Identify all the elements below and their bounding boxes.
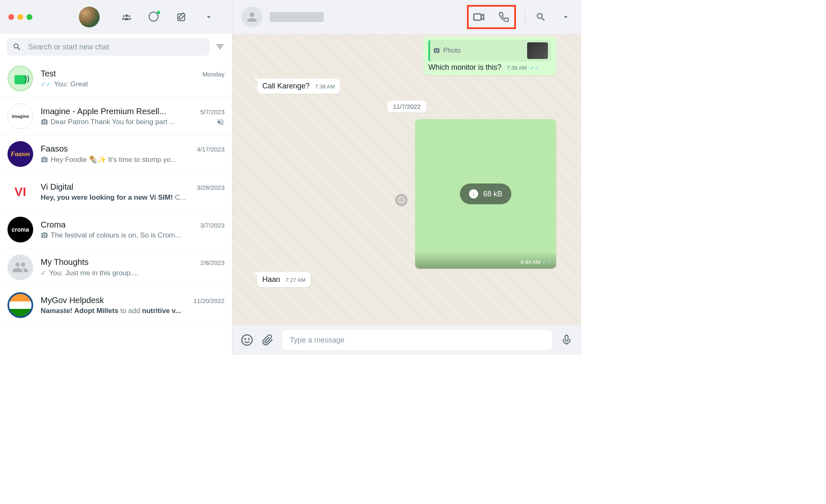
chat-item-content: Vi Digital3/28/2023Hey, you were looking… (41, 182, 225, 202)
call-buttons-highlight (467, 5, 516, 29)
chat-avatar: imagine (7, 103, 33, 129)
incoming-message[interactable]: Call Karenge? 7:38 AM (257, 78, 340, 94)
message-input[interactable] (282, 330, 552, 350)
quoted-label: Photo (443, 47, 461, 54)
chat-avatar (7, 292, 33, 318)
preview-text: Hey Foodie 🌯✨ It's time to stump yo... (51, 155, 176, 164)
image-time: 6:44 AM ✓✓ (521, 259, 551, 265)
chat-name: Test (41, 69, 56, 78)
voice-call-icon[interactable] (498, 11, 510, 23)
chat-time: Monday (203, 71, 225, 78)
attach-icon[interactable] (261, 334, 274, 346)
window-controls (8, 14, 32, 20)
header-actions (467, 5, 572, 29)
contact-avatar[interactable] (242, 7, 262, 27)
camera-icon (41, 156, 48, 164)
search-bar[interactable] (7, 38, 210, 56)
chat-preview: Namaste! Adopt Millets to add nutritive … (41, 307, 225, 315)
chat-preview: Dear Patron Thank You for being part ... (41, 118, 225, 126)
message-time: 7:38 AM (507, 65, 527, 71)
chat-list-item[interactable]: MyGov Helpdesk11/20/2022Namaste! Adopt M… (0, 286, 232, 324)
filter-icon[interactable] (215, 42, 225, 52)
download-button[interactable]: ↓ 68 kB (460, 183, 511, 204)
chat-preview: The festival of colours is on, So is Cro… (41, 231, 225, 240)
chat-time: 5/7/2023 (200, 108, 225, 115)
chat-list-item[interactable]: My Thoughts2/8/2023✓ You: Just me in thi… (0, 249, 232, 286)
chat-list-item[interactable]: VIVi Digital3/28/2023Hey, you were looki… (0, 173, 232, 211)
search-in-chat-icon[interactable] (535, 11, 547, 23)
svg-rect-1 (474, 14, 481, 20)
camera-icon (433, 47, 440, 54)
chat-name: MyGov Helpdesk (41, 296, 104, 305)
svg-rect-8 (565, 335, 568, 341)
react-button-icon[interactable] (395, 194, 408, 206)
chat-list-item[interactable]: imagineImagine - Apple Premium Resell...… (0, 98, 232, 135)
sent-check-icon: ✓ (41, 269, 46, 277)
chat-name: Faasos (41, 144, 68, 154)
chat-avatar: croma (7, 217, 33, 242)
read-check-icon: ✓✓ (41, 81, 51, 88)
search-input[interactable] (28, 43, 204, 51)
chat-item-content: MyGov Helpdesk11/20/2022Namaste! Adopt M… (41, 296, 225, 315)
contact-name[interactable] (270, 12, 324, 22)
chat-preview: Hey Foodie 🌯✨ It's time to stump yo... (41, 155, 225, 164)
preview-prefix: You: (54, 80, 68, 88)
search-row (0, 34, 232, 60)
chat-avatar: Faasos (7, 141, 33, 167)
right-panel: Photo Which monitor is this? 7:38 AM ✓✓ … (232, 0, 581, 355)
svg-point-2 (398, 197, 405, 203)
download-arrow-icon: ↓ (469, 189, 478, 198)
chat-time: 3/7/2023 (200, 222, 225, 229)
chat-time: 11/20/2022 (193, 297, 225, 304)
chat-list[interactable]: TestMonday✓✓ You: GreatimagineImagine - … (0, 60, 232, 355)
close-window-button[interactable] (8, 14, 14, 20)
chat-avatar: VI (7, 179, 33, 205)
sent-check-icon: ✓✓ (542, 259, 551, 265)
conversation-header (232, 0, 581, 34)
chat-time: 4/17/2023 (197, 146, 225, 153)
chat-body[interactable]: Photo Which monitor is this? 7:38 AM ✓✓ … (232, 34, 581, 325)
quoted-reply[interactable]: Photo (428, 40, 551, 61)
chat-name: Vi Digital (41, 182, 73, 192)
message-time: 7:27 AM (286, 277, 305, 283)
chat-item-content: Croma3/7/2023 The festival of colours is… (41, 220, 225, 240)
date-separator: 11/7/2022 (387, 100, 427, 113)
status-icon[interactable] (149, 12, 159, 22)
outgoing-message[interactable]: Photo Which monitor is this? 7:38 AM ✓✓ (423, 37, 556, 75)
chat-avatar (7, 66, 33, 91)
my-profile-avatar[interactable] (79, 7, 100, 27)
chat-name: My Thoughts (41, 257, 88, 267)
chat-time: 2/8/2023 (200, 259, 225, 266)
chat-time: 3/28/2023 (197, 184, 225, 191)
download-size: 68 kB (483, 190, 502, 198)
chat-preview: ✓ You: Just me in this group.... (41, 269, 225, 277)
image-time-text: 6:44 AM (521, 259, 540, 265)
chat-item-content: My Thoughts2/8/2023✓ You: Just me in thi… (41, 257, 225, 277)
preview-text: Namaste! Adopt Millets to add nutritive … (41, 307, 181, 315)
video-call-icon[interactable] (473, 11, 485, 23)
preview-text: Just me in this group.... (65, 269, 138, 277)
emoji-picker-icon[interactable] (241, 334, 253, 346)
chat-item-content: Imagine - Apple Premium Resell...5/7/202… (41, 107, 225, 126)
minimize-window-button[interactable] (17, 14, 23, 20)
new-chat-icon[interactable] (176, 12, 187, 22)
chat-list-item[interactable]: TestMonday✓✓ You: Great (0, 60, 232, 98)
chat-name: Imagine - Apple Premium Resell... (41, 107, 166, 116)
communities-icon[interactable] (121, 12, 132, 22)
camera-icon (41, 118, 48, 126)
preview-text: Great (70, 80, 88, 88)
preview-text: Hey, you were looking for a new Vi SIM! … (41, 193, 186, 202)
read-check-icon: ✓✓ (530, 65, 539, 71)
chat-list-item[interactable]: FaasosFaasos4/17/2023 Hey Foodie 🌯✨ It's… (0, 135, 232, 173)
menu-chevron-icon[interactable] (203, 12, 214, 22)
left-header (0, 0, 232, 34)
maximize-window-button[interactable] (27, 14, 32, 20)
preview-prefix: You: (49, 269, 63, 277)
quoted-thumbnail (527, 42, 548, 59)
mic-icon[interactable] (560, 334, 573, 346)
chat-menu-chevron-icon[interactable] (560, 11, 572, 23)
chat-list-item[interactable]: cromaCroma3/7/2023 The festival of colou… (0, 211, 232, 249)
outgoing-image-message[interactable]: ↓ 68 kB 6:44 AM ✓✓ (415, 119, 556, 269)
message-time: 7:38 AM (315, 83, 335, 90)
incoming-message[interactable]: Haan 7:27 AM (257, 272, 310, 287)
